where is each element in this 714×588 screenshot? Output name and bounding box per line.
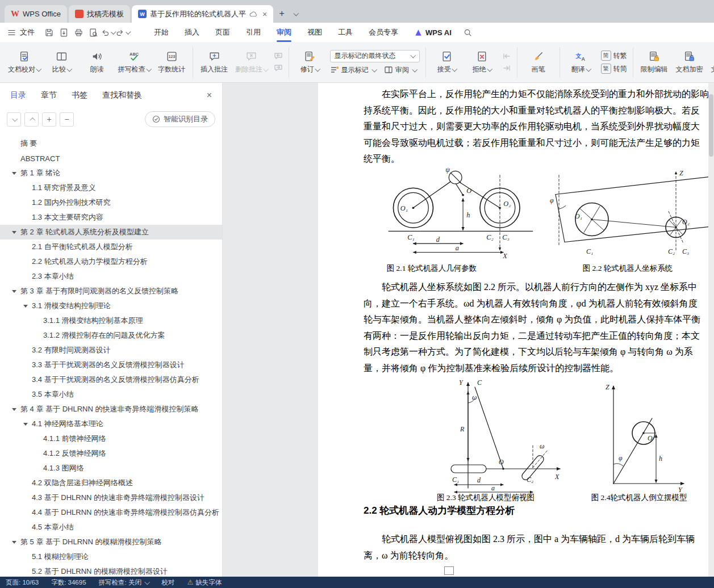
- template-tab[interactable]: 找稿壳模板: [69, 5, 130, 23]
- reject-button[interactable]: 拒绝: [465, 49, 499, 75]
- review-pane-button[interactable]: 审阅: [384, 65, 417, 75]
- toc-item[interactable]: 2.2 轮式机器人动力学模型方程分析: [0, 254, 222, 269]
- toc-item[interactable]: 3.1.1 滑模变结构控制基本原理: [0, 313, 222, 328]
- expand-all-button[interactable]: [7, 112, 21, 127]
- wps-home-tab[interactable]: W WPS Office: [5, 5, 67, 23]
- read-aloud-button[interactable]: 朗读: [80, 49, 114, 75]
- toc-item[interactable]: 第 1 章 绪论: [0, 166, 222, 180]
- wps-ai-button[interactable]: WPS AI: [414, 28, 452, 37]
- tab-chapters[interactable]: 章节: [41, 90, 57, 100]
- undo-button[interactable]: [101, 25, 115, 40]
- search-button[interactable]: [461, 25, 475, 40]
- menu-tab-开始[interactable]: 开始: [146, 23, 177, 42]
- compare-button[interactable]: 比较: [45, 49, 79, 75]
- menu-tab-视图[interactable]: 视图: [299, 23, 330, 42]
- document-tab[interactable]: W 基于反作用轮的轮式机器人平 ×: [132, 5, 273, 23]
- previous-change-button[interactable]: [502, 52, 511, 61]
- close-tab-icon[interactable]: ×: [262, 10, 267, 19]
- menu-tab-会员专享[interactable]: 会员专享: [361, 23, 406, 42]
- restrict-edit-button[interactable]: 限制编辑: [637, 49, 671, 75]
- previous-comment-button[interactable]: [274, 52, 283, 61]
- toc-item[interactable]: 3.2 有限时间观测器设计: [0, 343, 222, 358]
- missing-font-warning[interactable]: ⚠ 缺失字体: [187, 578, 222, 587]
- toc-item[interactable]: 3.1 滑模变结构控制理论: [0, 299, 222, 313]
- menu-tab-插入[interactable]: 插入: [177, 23, 207, 42]
- toc-item[interactable]: 4.1.3 图网络: [0, 461, 222, 476]
- toc-item[interactable]: 第 2 章 轮式机器人系统分析及模型建立: [0, 225, 222, 240]
- collapse-arrow-icon[interactable]: [23, 423, 28, 426]
- toc-item[interactable]: ABSTRACT: [0, 151, 222, 166]
- traditional-to-simplified-button[interactable]: 繁 转简: [601, 64, 627, 74]
- simplified-to-traditional-button[interactable]: 简 转繁: [601, 51, 627, 61]
- toc-item[interactable]: 4.1.1 前馈神经网络: [0, 431, 222, 446]
- tab-bookmarks[interactable]: 书签: [72, 90, 87, 100]
- proofread-button[interactable]: 校对: [161, 578, 174, 587]
- smart-toc-button[interactable]: 智能识别目录: [145, 111, 215, 127]
- tab-list-button[interactable]: [289, 7, 302, 20]
- new-tab-button[interactable]: +: [275, 7, 289, 20]
- finalize-button[interactable]: 文档定稿: [708, 49, 714, 75]
- toc-item[interactable]: 3.4 基于干扰观测器的名义反馈滑模控制器仿真分析: [0, 372, 222, 387]
- encrypt-button[interactable]: 文档加密: [673, 49, 707, 75]
- scrollbar-thumb[interactable]: [709, 94, 713, 157]
- toc-item[interactable]: 摘 要: [0, 136, 222, 151]
- spellcheck-button[interactable]: ABC 拼写检查: [115, 49, 154, 75]
- file-menu-button[interactable]: 文件: [0, 23, 41, 42]
- print-preview-button[interactable]: [86, 25, 101, 40]
- translate-button[interactable]: 文 A 翻译: [564, 49, 598, 75]
- expand-level-button[interactable]: +: [42, 112, 56, 127]
- toc-item[interactable]: 1.2 国内外控制技术研究: [0, 195, 222, 210]
- toc-item[interactable]: 4.2 双隐含层递归神经网络概述: [0, 476, 222, 490]
- collapse-arrow-icon[interactable]: [12, 541, 16, 544]
- document-page[interactable]: 在实际平台上，反作用轮产生的力矩不仅能消除系统受到的重力和外部扰动的影响，持系统…: [318, 83, 714, 577]
- toc-item[interactable]: 3.1.2 滑模控制存在的问题及优化方案: [0, 328, 222, 343]
- accept-button[interactable]: 接受: [430, 49, 464, 75]
- close-sidebar-icon[interactable]: ×: [207, 90, 212, 100]
- markup-state-combobox[interactable]: 显示标记的最终状态: [330, 50, 420, 62]
- menu-tab-工具[interactable]: 工具: [330, 23, 361, 42]
- page-indicator[interactable]: 页面: 10/63: [6, 578, 39, 587]
- toc-item[interactable]: 4.1.2 反馈神经网络: [0, 446, 222, 461]
- toc-item[interactable]: 第 4 章 基于 DHLRNN 的快速非奇异终端滑模控制策略: [0, 402, 222, 417]
- brush-button[interactable]: 画笔: [521, 49, 556, 75]
- tab-find-replace[interactable]: 查找和替换: [102, 90, 142, 100]
- toc-item[interactable]: 3.5 本章小结: [0, 387, 222, 402]
- tab-toc[interactable]: 目录: [10, 90, 26, 100]
- next-change-button[interactable]: [502, 64, 511, 73]
- menu-tab-页面[interactable]: 页面: [207, 23, 238, 42]
- toc-item[interactable]: 2.1 自平衡轮式机器人模型分析: [0, 240, 222, 254]
- menu-tab-引用[interactable]: 引用: [238, 23, 269, 42]
- collapse-arrow-icon[interactable]: [12, 231, 16, 234]
- collapse-arrow-icon[interactable]: [23, 305, 28, 308]
- print-button[interactable]: [71, 25, 86, 40]
- toc-item[interactable]: 4.5 本章小结: [0, 520, 222, 535]
- toc-item[interactable]: 4.4 基于 DHLRNN 的快速非奇异终端滑模控制器仿真分析: [0, 505, 222, 520]
- redo-button[interactable]: [115, 25, 130, 40]
- next-comment-button[interactable]: [274, 64, 283, 73]
- toc-item[interactable]: 1.1 研究背景及意义: [0, 180, 222, 195]
- collapse-level-button[interactable]: −: [60, 112, 74, 127]
- toc-item[interactable]: 第 5 章 基于 DHLRNN 的模糊滑模控制策略: [0, 535, 222, 549]
- word-count-button[interactable]: 123 字数统计: [155, 49, 189, 75]
- toc-item[interactable]: 4.3 基于 DHLRNN 的快速非奇异终端滑模控制器设计: [0, 490, 222, 505]
- toc-item[interactable]: 5.1 模糊控制理论: [0, 549, 222, 564]
- toc-item[interactable]: 3.3 基于干扰观测器的名义反馈滑模控制器设计: [0, 358, 222, 372]
- collapse-arrow-icon[interactable]: [12, 172, 16, 175]
- toc-item[interactable]: 4.1 神经网络基本理论: [0, 417, 222, 431]
- delete-comment-button[interactable]: 删除批注: [232, 49, 271, 75]
- collapse-all-button[interactable]: [24, 112, 39, 127]
- track-changes-button[interactable]: 修订: [293, 49, 327, 75]
- vertical-scrollbar[interactable]: [708, 83, 714, 577]
- collapse-arrow-icon[interactable]: [12, 290, 16, 293]
- toc-item[interactable]: 第 3 章 基于有限时间观测器的名义反馈控制策略: [0, 284, 222, 299]
- toc-item[interactable]: 2.3 本章小结: [0, 269, 222, 284]
- toc-item[interactable]: 5.2 基于 DHLRNN 的模糊滑模控制器设计: [0, 564, 222, 577]
- menu-tab-审阅[interactable]: 审阅: [269, 23, 299, 42]
- toc-item[interactable]: 1.3 本文主要研究内容: [0, 210, 222, 225]
- insert-comment-button[interactable]: 插入批注: [197, 49, 231, 75]
- chevron-down-icon[interactable]: [126, 29, 131, 34]
- word-count-indicator[interactable]: 字数: 34695: [51, 578, 86, 587]
- save-button[interactable]: [41, 25, 56, 40]
- show-markup-button[interactable]: 显示标记: [330, 65, 377, 75]
- doc-proof-button[interactable]: 文档校对: [5, 49, 44, 75]
